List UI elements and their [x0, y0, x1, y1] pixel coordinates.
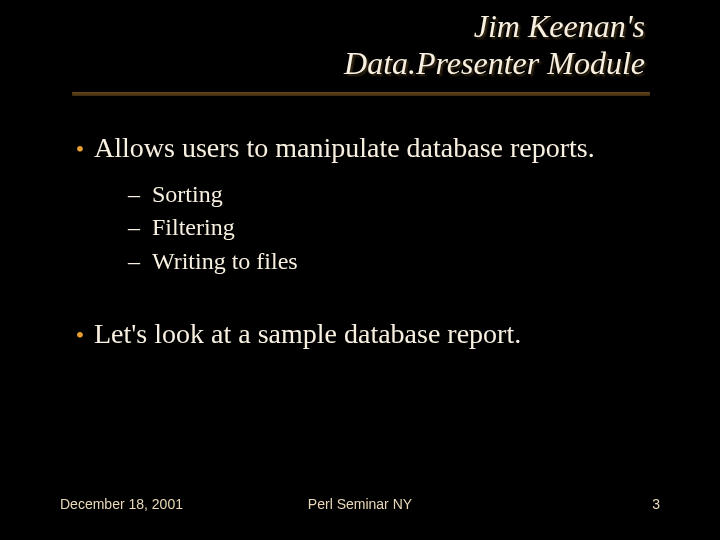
dash-icon: – [128, 245, 152, 279]
slide-body: • Allows users to manipulate database re… [0, 96, 720, 353]
sub-bullet-item: – Filtering [128, 211, 660, 245]
bullet-dot-icon: • [66, 132, 94, 166]
sub-bullet-item: – Sorting [128, 178, 660, 212]
slide-footer: December 18, 2001 Perl Seminar NY 3 [0, 496, 720, 512]
footer-page-number: 3 [652, 496, 660, 512]
footer-date: December 18, 2001 [60, 496, 183, 512]
sub-bullet-text: Sorting [152, 178, 223, 212]
dash-icon: – [128, 211, 152, 245]
bullet-text: Let's look at a sample database report. [94, 318, 521, 350]
dash-icon: – [128, 178, 152, 212]
sub-list: – Sorting – Filtering – Writing to files [66, 178, 660, 279]
footer-center: Perl Seminar NY [308, 496, 412, 512]
sub-bullet-text: Filtering [152, 211, 235, 245]
slide-title: Jim Keenan's Data.Presenter Module [0, 0, 720, 82]
sub-bullet-item: – Writing to files [128, 245, 660, 279]
bullet-dot-icon: • [66, 318, 94, 352]
bullet-item: • Let's look at a sample database report… [66, 318, 660, 352]
title-line-2: Data.Presenter Module [0, 45, 645, 82]
sub-bullet-text: Writing to files [152, 245, 298, 279]
title-line-1: Jim Keenan's [0, 8, 645, 45]
bullet-item: • Allows users to manipulate database re… [66, 132, 660, 166]
bullet-text: Allows users to manipulate database repo… [94, 132, 595, 164]
